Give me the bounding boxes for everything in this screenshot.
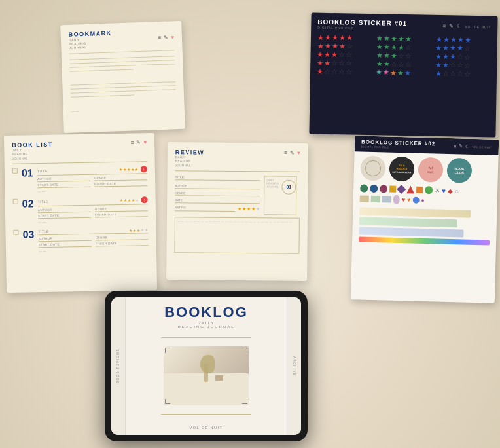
entry1-author: AUTHOR: [37, 177, 90, 182]
sticker2-icons: ≡ ✎ ☾ VOL DE NUIT: [454, 143, 492, 150]
shape-diamond-suit: ◆: [448, 187, 453, 194]
review-row4: RATING ★ ★ ★ ★ ★: [175, 206, 260, 212]
sticker1-header: BOOKLOG STICKER #01 DIGITAL PNG FILE ≡ ✎…: [317, 18, 491, 33]
entry2-num: 02: [22, 198, 34, 209]
red-stars-col: ★★★★★ ★★★★☆ ★★★☆☆ ★★☆☆☆ ★☆☆☆☆: [317, 33, 372, 77]
shape-gold-square: [389, 186, 396, 193]
sticker1-vol: VOL DE NUIT: [465, 24, 491, 29]
review-fields: TITLE: AUTHOR GENRE DATE RATING ★ ★ ★ ★ …: [175, 175, 260, 215]
entry3-start: START DATE: [39, 242, 92, 248]
tablet-corner-bl: [165, 399, 170, 404]
line-4: [70, 69, 134, 71]
line-8: [71, 94, 134, 97]
blue-stars-col: ★★★★★ ★★★★☆ ★★★☆☆ ★★☆☆☆ ★☆☆☆☆: [435, 35, 491, 79]
entry2-note: — —: [38, 218, 148, 224]
sticker1-icons: ≡ ✎ ☾ VOL DE NUIT: [443, 23, 491, 29]
shape-orange-heart: ♥: [407, 196, 411, 203]
entry1-note: — —: [37, 187, 147, 193]
tablet-corner-br: [242, 399, 247, 404]
review-title-block: REVIEW DAILYREADINGJOURNAL: [175, 149, 205, 168]
rainbow-strip: [359, 236, 490, 245]
entry2-badge: !: [141, 196, 148, 203]
shape-blue-circle: [370, 185, 378, 193]
shape-purple-circle: ●: [421, 197, 425, 204]
line-5: [70, 81, 175, 86]
sticker1-card: BOOKLOG STICKER #01 DIGITAL PNG FILE ≡ ✎…: [309, 13, 497, 138]
entry1-num: 01: [22, 168, 33, 178]
review-body: TITLE: AUTHOR GENRE DATE RATING ★ ★ ★ ★ …: [175, 175, 300, 215]
review-header: REVIEW DAILYREADINGJOURNAL ≡ ✎ ♥: [175, 149, 300, 169]
rv-edit-icon: ✎: [290, 150, 295, 156]
shape-lime-circle: [425, 186, 433, 194]
entry1-start: START DATE: [37, 183, 90, 188]
entry2-checkbox: [13, 199, 18, 204]
entry3-finish: FINISH DATE: [96, 241, 149, 246]
sticker2-shapes-row2: ♥ ♥ ●: [360, 194, 491, 206]
entry1-content: TITLE ★★★★★ ! AUTHOR GENRE START DATE FI…: [37, 166, 148, 193]
entry1-genre: GENRE: [94, 176, 147, 181]
rv-menu-icon: ≡: [284, 150, 287, 156]
entry3-content: TITLE ★★★★★ AUTHOR GENRE START DATE FINI…: [38, 227, 149, 253]
bookmark-divider: [69, 50, 175, 54]
bookmark-card-header: BOOKMARK DAILYREADINGJOURNAL ≡ ✎ ♥: [69, 28, 175, 50]
booklist-title-block: BooK LIST DAILYREADINGJOURNAL: [12, 141, 53, 161]
sticker2-title-block: BOOKLOG STICKER #02 DIGITAL PNG FILE: [361, 139, 436, 150]
bookmark-small-text: — —: [71, 105, 177, 113]
shape-circle-outline: ○: [455, 187, 459, 195]
entry2-author: AUTHOR: [38, 208, 91, 213]
heart-icon: ♥: [171, 34, 174, 40]
shape-heart: ♥: [442, 187, 446, 194]
review-divider: [175, 170, 300, 172]
entry2-start: START DATE: [38, 214, 91, 219]
tablet-booklog-title: BOOKLOG: [164, 305, 248, 320]
tablet-divider-bottom: [161, 414, 251, 415]
booklist-divider: [12, 161, 147, 164]
sticker2-circle-empty: [361, 155, 386, 181]
review-badge: 01: [281, 179, 296, 194]
review-row1: AUTHOR: [175, 184, 260, 189]
tape-1: [359, 207, 471, 217]
shape-red-circle: [380, 185, 387, 193]
booklist-header: BooK LIST DAILYREADINGJOURNAL ≡ ✎ ♥: [12, 140, 147, 160]
review-card: REVIEW DAILYREADINGJOURNAL ≡ ✎ ♥ TITLE: …: [166, 142, 308, 281]
shape-cross: ✕: [435, 187, 440, 194]
tablet-left-bar: BOOK REVIEWS: [111, 297, 126, 435]
rv-heart-icon: ♥: [297, 150, 300, 156]
rv-author: AUTHOR: [175, 184, 260, 189]
booklist-entry-2: 02 TITLE ★★★★★ ! AUTHOR GENRE START DATE…: [13, 196, 149, 225]
entry1-finish: FINISH DATE: [94, 181, 147, 187]
green-stars-col: ★★★★★ ★★★★☆ ★★★☆☆ ★★☆☆☆ ★★★★★: [376, 34, 431, 77]
tablet-plant: [200, 355, 215, 373]
entry3-num: 03: [22, 229, 34, 240]
tablet-book: [215, 375, 223, 381]
tape-2: [359, 217, 457, 227]
sticker2-vol: VOL DE NUIT: [472, 145, 492, 149]
review-title: REVIEW: [175, 149, 205, 155]
booklist-entry-1: 01 TITLE ★★★★★ ! AUTHOR GENRE START DATE…: [12, 166, 148, 194]
entry3-title-label: TITLE: [38, 229, 48, 233]
bl-heart-icon: ♥: [143, 140, 147, 145]
shape-red-triangle: [406, 185, 414, 193]
entry1-title-field: TITLE ★★★★★ !: [37, 166, 147, 176]
line-6: [71, 85, 176, 90]
review-note-placeholder: — — — — — — — — — — — — — — — — — — — — …: [177, 219, 297, 224]
tablet-corner-tr: [242, 348, 247, 353]
shape-green-circle: [360, 184, 368, 192]
tablet-header: BOOKLOG DAILYREADING JOURNAL: [164, 305, 248, 329]
tablet-divider-top: [161, 337, 251, 338]
entry3-checkbox: [13, 230, 18, 235]
line-7: [71, 89, 176, 94]
entry3-title-field: TITLE ★★★★★: [38, 227, 148, 235]
review-row2: GENRE: [175, 191, 260, 196]
sticker2-badges: I'M AREADERNOT A BOOKWORM felnuit BOOKCL…: [361, 155, 492, 183]
entry1-title-label: TITLE: [37, 169, 48, 173]
shape-blue-dot: [412, 197, 419, 204]
shape-purple-diamond: [397, 185, 406, 194]
bookmark-icons: ≡ ✎ ♥: [158, 34, 174, 41]
edit-icon: ✎: [164, 34, 168, 40]
tablet-right-text: ARCHIVE: [293, 356, 296, 377]
entry3-note: — —: [39, 247, 149, 253]
shape-green-rect: [371, 196, 380, 202]
tablet-screen: BOOK REVIEWS BOOKLOG DAILYREADING JOURNA…: [111, 297, 301, 435]
entry2-genre: GENRE: [95, 206, 148, 212]
